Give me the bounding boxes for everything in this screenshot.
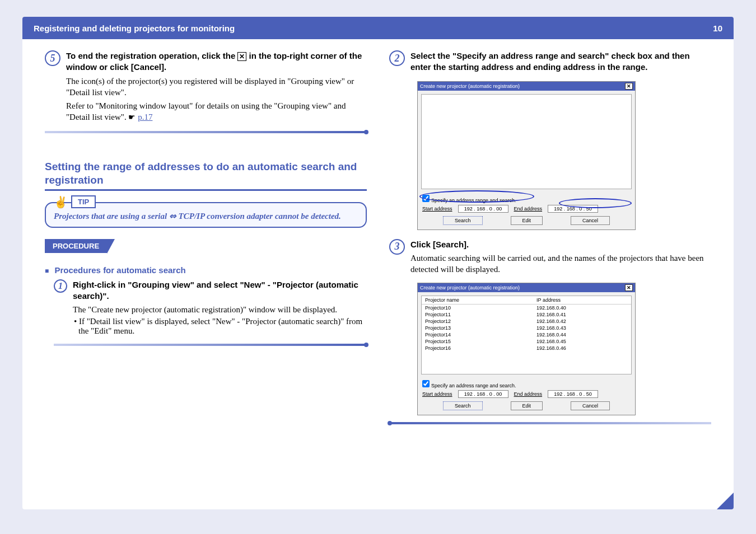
step-1: 1 Right-click in "Grouping view" and sel… (54, 279, 367, 336)
step2-heading: Select the "Specify an address range and… (410, 50, 711, 73)
page: Registering and deleting projectors for … (22, 17, 734, 509)
start-address-label: Start address (422, 391, 452, 397)
dialog1-title: Create new projector (automatic registra… (420, 83, 520, 89)
step-num-5: 5 (45, 50, 60, 66)
step-3: 3 Click [Search]. Automatic searching wi… (389, 239, 711, 275)
table-row[interactable]: Projector16192.168.0.46 (422, 345, 631, 352)
dialog1-list (421, 94, 632, 189)
projector-name-cell: Projector16 (425, 345, 536, 351)
ip-cell: 192.168.0.45 (536, 339, 566, 344)
projector-name-cell: Projector11 (425, 312, 536, 317)
start-address-label: Start address (422, 206, 452, 212)
tip-box: ✌ TIP Projectors that are using a serial… (45, 202, 367, 228)
edit-button[interactable]: Edit (511, 401, 543, 410)
ip-cell: 192.168.0.41 (536, 312, 566, 317)
divider (389, 422, 711, 424)
page-title: Registering and deleting projectors for … (34, 24, 235, 33)
projector-name-cell: Projector13 (425, 325, 536, 331)
page-header: Registering and deleting projectors for … (22, 17, 734, 39)
specify-range-checkbox[interactable]: Specify an address range and search. (422, 198, 516, 203)
step5-body2: Refer to "Monitoring window layout" for … (66, 100, 367, 123)
step1-bullet: • If "Detail list view" is displayed, se… (73, 317, 367, 336)
section-heading: Setting the range of addresses to do an … (45, 160, 367, 187)
divider (45, 131, 367, 133)
projector-name-cell: Projector14 (425, 332, 536, 338)
cancel-button[interactable]: Cancel (571, 401, 610, 410)
end-address-label: End address (514, 391, 543, 397)
page-corner-icon (717, 493, 734, 509)
hand-icon: ☛ (128, 113, 136, 121)
tip-hand-icon: ✌ (54, 195, 68, 209)
cancel-button[interactable]: Cancel (571, 216, 610, 225)
square-icon: ■ (45, 267, 49, 275)
end-address-input[interactable]: 192 . 168 . 0 . 50 (548, 390, 598, 398)
step1-body: The "Create new projector (automatic reg… (73, 304, 367, 315)
tip-text: Projectors that are using a serial ⇔ TCP… (54, 211, 358, 221)
projector-name-cell: Projector12 (425, 318, 536, 324)
step3-heading: Click [Search]. (410, 239, 711, 250)
section-underline (45, 189, 367, 191)
left-column: 5 To end the registration operation, cli… (45, 50, 367, 434)
end-address-label: End address (514, 206, 543, 212)
ip-cell: 192.168.0.40 (536, 305, 566, 311)
search-button[interactable]: Search (443, 216, 483, 225)
dialog-screenshot-2: Create new projector (automatic registra… (417, 283, 636, 415)
step-num-1: 1 (54, 279, 67, 293)
close-icon: ✕ (237, 52, 246, 61)
step-num-2: 2 (389, 50, 405, 66)
divider (54, 344, 367, 346)
ip-cell: 192.168.0.44 (536, 332, 566, 338)
end-address-input[interactable]: 192 . 168 . 0 . 50 (548, 205, 598, 213)
table-row[interactable]: Projector14192.168.0.44 (422, 331, 631, 338)
dialog2-title: Create new projector (automatic registra… (420, 285, 520, 291)
search-button[interactable]: Search (443, 401, 483, 410)
close-icon[interactable]: ✕ (625, 284, 633, 291)
start-address-input[interactable]: 192 . 168 . 0 . 00 (458, 205, 508, 213)
page-link-p17[interactable]: p.17 (138, 113, 152, 121)
procedure-label: PROCEDURE (45, 239, 107, 253)
step-5: 5 To end the registration operation, cli… (45, 50, 367, 123)
step-2: 2 Select the "Specify an address range a… (389, 50, 711, 73)
step5-heading: To end the registration operation, click… (66, 50, 367, 73)
ip-cell: 192.168.0.43 (536, 325, 566, 331)
col-projector-name: Projector name (425, 297, 536, 303)
col-ip-address: IP address (536, 297, 561, 303)
right-column: 2 Select the "Specify an address range a… (389, 50, 711, 434)
tip-label: TIP (71, 195, 96, 208)
projector-name-cell: Projector10 (425, 305, 536, 311)
table-row[interactable]: Projector10192.168.0.40 (422, 305, 631, 311)
table-row[interactable]: Projector13192.168.0.43 (422, 325, 631, 331)
page-number: 10 (713, 24, 722, 33)
dialog2-list: Projector name IP address Projector10192… (421, 296, 632, 374)
step3-body: Automatic searching will be carried out,… (410, 252, 711, 275)
table-row[interactable]: Projector11192.168.0.41 (422, 311, 631, 318)
step5-body1: The icon(s) of the projector(s) you regi… (66, 76, 367, 99)
specify-range-checkbox[interactable]: Specify an address range and search. (422, 383, 516, 388)
step-num-3: 3 (389, 239, 405, 255)
ip-cell: 192.168.0.42 (536, 318, 566, 324)
table-row[interactable]: Projector12192.168.0.42 (422, 318, 631, 325)
projector-name-cell: Projector15 (425, 339, 536, 344)
start-address-input[interactable]: 192 . 168 . 0 . 00 (458, 390, 508, 398)
edit-button[interactable]: Edit (511, 216, 543, 225)
close-icon[interactable]: ✕ (625, 83, 633, 90)
step1-heading: Right-click in "Grouping view" and selec… (73, 279, 367, 302)
dialog-screenshot-1: Create new projector (automatic registra… (417, 81, 636, 230)
table-row[interactable]: Projector15192.168.0.45 (422, 338, 631, 345)
sub-heading: ■ Procedures for automatic search (45, 265, 367, 275)
ip-cell: 192.168.0.46 (536, 345, 566, 351)
